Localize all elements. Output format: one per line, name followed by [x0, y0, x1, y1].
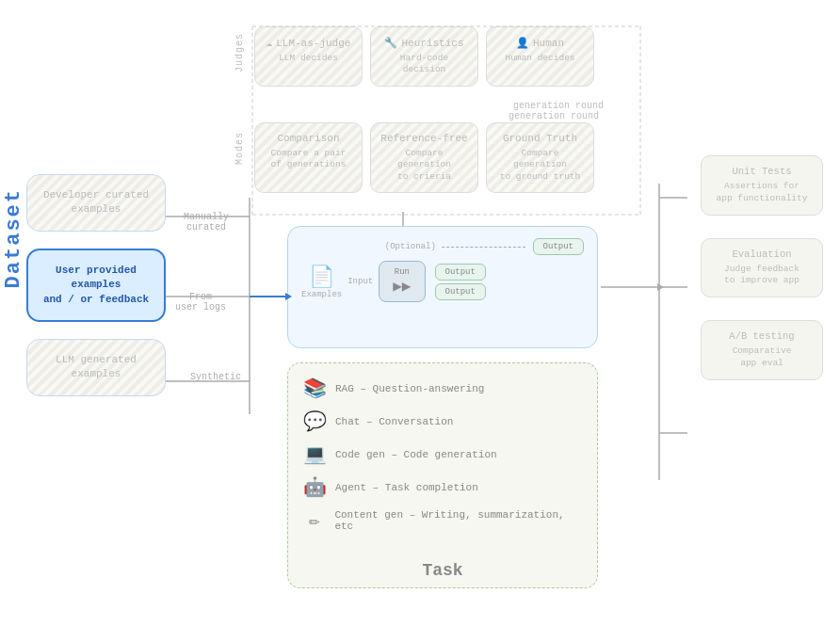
human-desc: Human decides [496, 53, 584, 64]
modes-section-label: Modes [234, 132, 245, 165]
evaluation-title: Evaluation [711, 249, 813, 260]
task-item-codegen: 💻 Code gen – Code generation [301, 442, 584, 466]
content-label: Content gen – Writing, summarization, et… [334, 509, 584, 532]
unit-tests-card: Unit Tests Assertions forapp functionali… [701, 155, 823, 216]
llm-judge-title: ☁️ LLM-as-judge [265, 37, 352, 49]
evaluation-card: Evaluation Judge feedbackto improve app [701, 238, 823, 298]
laptop-icon: 💻 [301, 442, 328, 466]
optional-row: (Optional) Output [301, 238, 584, 255]
rag-icon: 📚 [301, 377, 328, 400]
examples-label: Examples [301, 290, 342, 299]
modes-row: Comparison Compare a pairof generations … [254, 122, 594, 193]
run-box-wrap: Run ▶▶ [379, 261, 425, 302]
heuristics-title: 🔧 Heuristics [380, 37, 468, 49]
developer-curated-label: Developer curatedexamples [43, 189, 149, 215]
task-item-chat: 💬 Chat – Conversation [301, 409, 584, 433]
llm-judge-desc: LLM decides [265, 53, 352, 64]
heuristics-card: 🔧 Heuristics Hard-code decision [370, 26, 478, 87]
heuristics-desc: Hard-code decision [380, 53, 468, 76]
evaluation-desc: Judge feedbackto improve app [711, 264, 813, 288]
tools-icon: 🔧 [384, 37, 397, 49]
examples-section: 📄 Examples [301, 265, 342, 299]
ground-truth-desc: Compare generationto ground truth [496, 148, 584, 183]
left-column: Developer curatedexamples User provided … [26, 174, 166, 396]
generation-round-label: generation round [509, 111, 599, 121]
reference-free-title: Reference-free [380, 133, 468, 144]
comparison-card: Comparison Compare a pairof generations [254, 122, 363, 193]
output-box-3: Output [435, 283, 486, 300]
synthetic-label: Synthetic [190, 372, 241, 382]
output-box-1: Output [533, 238, 584, 255]
task-item-agent: 🤖 Agent – Task completion [301, 475, 584, 499]
from-user-logs-label: Fromuser logs [175, 292, 226, 313]
user-provided-box: User provided examplesand / or feedback [26, 249, 166, 322]
output-col-bottom: Output Output [435, 264, 486, 300]
input-label: Input [347, 277, 373, 286]
unit-tests-title: Unit Tests [711, 166, 813, 177]
output-box-2: Output [435, 264, 486, 281]
judges-section-label: Judges [234, 33, 245, 72]
unit-tests-desc: Assertions forapp functionality [711, 181, 813, 205]
task-item-rag: 📚 RAG – Question-answering [301, 377, 584, 400]
ab-testing-desc: Comparativeapp eval [711, 345, 813, 370]
llm-generated-label: LLM generated examples [56, 354, 137, 379]
pencil-icon: ✏️ [301, 508, 327, 532]
main-container: Dataset Developer curatedexamples User p… [0, 0, 840, 626]
run-box: Run ▶▶ [379, 261, 425, 302]
agent-label: Agent – Task completion [335, 482, 478, 493]
output-col-top: Output [533, 238, 584, 255]
pages-icon: 📄 [309, 265, 334, 290]
svg-marker-8 [657, 283, 664, 291]
reference-free-desc: Compare generationto crieria [380, 148, 468, 183]
optional-label: (Optional) [385, 242, 436, 251]
run-icon: ▶▶ [393, 277, 411, 296]
processing-box: (Optional) Output 📄 Examples Input Run ▶… [287, 226, 598, 348]
chat-label: Chat – Conversation [335, 416, 453, 427]
ground-truth-card: Ground Truth Compare generationto ground… [486, 122, 594, 193]
task-item-content: ✏️ Content gen – Writing, summarization,… [301, 508, 584, 532]
robot-icon: 🤖 [301, 475, 328, 499]
reference-free-card: Reference-free Compare generationto crie… [370, 122, 478, 193]
comparison-desc: Compare a pairof generations [265, 148, 352, 171]
task-footer-label: Task [288, 561, 597, 580]
judges-row: ☁️ LLM-as-judge LLM decides 🔧 Heuristics… [254, 26, 594, 87]
right-column: Unit Tests Assertions forapp functionali… [701, 155, 823, 380]
codegen-label: Code gen – Code generation [335, 449, 497, 460]
human-icon: 👤 [516, 37, 529, 49]
cloud-icon: ☁️ [267, 37, 273, 49]
dataset-label: Dataset [2, 188, 25, 288]
human-title: 👤 Human [496, 37, 584, 49]
task-box: 📚 RAG – Question-answering 💬 Chat – Conv… [287, 362, 598, 588]
ground-truth-title: Ground Truth [496, 133, 584, 144]
developer-curated-box: Developer curatedexamples [26, 174, 166, 232]
svg-text:generation round: generation round [513, 101, 604, 111]
manually-curated-label: Manuallycurated [184, 212, 229, 233]
human-card: 👤 Human Human decides [486, 26, 594, 87]
run-row: 📄 Examples Input Run ▶▶ Output Output [301, 261, 584, 302]
chat-icon: 💬 [301, 409, 328, 433]
ab-testing-card: A/B testing Comparativeapp eval [701, 320, 823, 380]
llm-generated-box: LLM generated examples [26, 339, 166, 396]
comparison-title: Comparison [265, 133, 352, 144]
user-provided-label: User provided examplesand / or feedback [43, 265, 149, 305]
run-label: Run [393, 267, 411, 277]
rag-label: RAG – Question-answering [335, 383, 484, 394]
llm-judge-card: ☁️ LLM-as-judge LLM decides [254, 26, 363, 87]
ab-testing-title: A/B testing [711, 330, 813, 342]
